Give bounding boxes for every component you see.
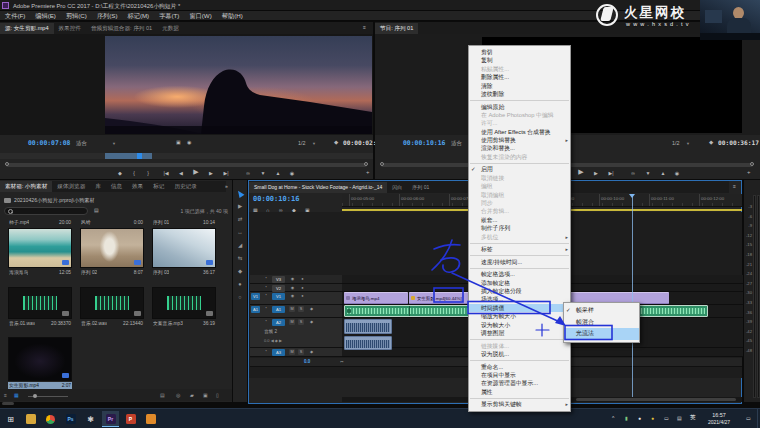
context-menu-item-速度/持续时间...[interactable]: 速度/持续时间... — [469, 258, 570, 266]
play-icon[interactable]: ▶ — [191, 168, 201, 176]
playhead[interactable] — [632, 194, 633, 400]
taskbar-app-photoshop[interactable]: Ps — [62, 411, 79, 427]
sync-lock-icon[interactable]: ◉ — [289, 276, 296, 281]
button-editor-icon[interactable]: + — [366, 169, 370, 175]
tab-overflow-icon[interactable]: » — [225, 183, 228, 189]
project-tab-0[interactable]: 素材箱: 小狗素材 — [0, 181, 52, 192]
context-menu-item-重命名...[interactable]: 重命名... — [469, 363, 570, 371]
menubar-item-4[interactable]: 标记(M) — [123, 11, 155, 20]
step-forward-icon[interactable]: ▶ — [591, 170, 601, 176]
solo-button[interactable]: S — [298, 349, 304, 355]
context-menu-item-清除[interactable]: 清除 — [469, 82, 570, 90]
context-menu-item-使用剪辑替换[interactable]: 使用剪辑替换▸ — [469, 136, 570, 144]
razor-icon[interactable]: ◢ — [233, 242, 247, 248]
project-tab-5[interactable]: 标记 — [148, 181, 169, 192]
menubar-item-0[interactable]: 文件(F) — [0, 11, 30, 20]
playhead-marker[interactable] — [629, 194, 635, 198]
add-marker-icon[interactable]: ◆ — [115, 170, 125, 176]
source-inout-range[interactable] — [105, 153, 152, 159]
track-name-V1[interactable]: V1 — [272, 293, 285, 300]
context-menu-item-复制[interactable]: 复制 — [469, 56, 570, 64]
lock-icon[interactable]: ▪ — [263, 306, 269, 310]
source-patch-A1[interactable]: A1 — [251, 306, 260, 313]
context-menu-item-波纹删除[interactable]: 波纹删除 — [469, 90, 570, 98]
hand-icon[interactable]: ● — [233, 281, 247, 287]
context-menu-item-使用 After Effects 合成替换[interactable]: 使用 After Effects 合成替换 — [469, 128, 570, 136]
context-menu-item-制作子序列[interactable]: 制作子序列 — [469, 224, 570, 232]
track-name-V2[interactable]: V2 — [272, 285, 285, 292]
panel-menu-icon[interactable]: ≡ — [363, 24, 366, 30]
source-fit-dropdown[interactable]: 适合 — [76, 140, 87, 147]
source-tab-1[interactable]: 效果控件 — [54, 23, 86, 34]
mute-button[interactable]: M — [289, 306, 295, 312]
lock-icon[interactable]: ▪ — [263, 285, 269, 289]
menubar-item-6[interactable]: 窗口(W) — [184, 11, 216, 20]
source-position-timecode[interactable]: 00:00:07:08 — [28, 139, 70, 147]
timeline-clip-audio[interactable] — [344, 319, 392, 334]
rolling-edit-icon[interactable]: ↔ — [233, 229, 247, 235]
scrollbar-thumb[interactable] — [576, 398, 736, 401]
context-menu-item-帧混合[interactable]: 帧混合 — [564, 317, 639, 329]
go-to-in-icon[interactable]: |◀ — [161, 170, 171, 176]
context-menu-item-在资源管理器中显示...[interactable]: 在资源管理器中显示... — [469, 379, 570, 387]
security-icon[interactable]: ● — [651, 415, 654, 421]
project-tab-2[interactable]: 库 — [90, 181, 106, 192]
insert-icon[interactable]: ▼ — [258, 170, 268, 176]
context-menu-item-渲染和替换...[interactable]: 渲染和替换... — [469, 144, 570, 152]
context-menu-item-标签[interactable]: 标签▸ — [469, 245, 570, 253]
export-frame-icon[interactable]: ◉ — [672, 170, 682, 176]
fit-sequence-icon[interactable]: ↦ — [338, 359, 346, 364]
master-gain-value[interactable]: 0.0 — [304, 359, 310, 364]
solo-button[interactable]: S — [298, 319, 304, 325]
ripple-edit-icon[interactable]: ⇄ — [233, 216, 247, 222]
timeline-clip-audio[interactable] — [344, 336, 392, 350]
slip-icon[interactable]: ⇆ — [233, 255, 247, 261]
export-frame-icon[interactable]: ◉ — [287, 170, 297, 176]
wrench-icon[interactable]: ◆ — [709, 139, 713, 145]
track-name-A2[interactable]: A2 — [272, 319, 285, 326]
notification-center-icon[interactable]: ▭ — [746, 415, 751, 421]
list-view-icon[interactable]: ≡ — [4, 392, 7, 398]
new-bin-icon[interactable]: ▰ — [190, 392, 194, 398]
ime-indicator[interactable]: 英 — [690, 414, 696, 421]
taskbar-app-premiere[interactable]: Pr — [102, 411, 119, 427]
context-menu-item-属性[interactable]: 属性 — [469, 388, 570, 396]
track-name-A1[interactable]: A1 — [272, 306, 285, 313]
source-tab-0[interactable]: 源: 女生剪影.mp4 — [0, 23, 54, 34]
clear-icon[interactable]: ▯ — [216, 392, 219, 398]
program-zoom-dropdown[interactable]: 1/2 — [672, 140, 680, 146]
insert-icon[interactable]: ▼ — [643, 170, 653, 176]
lock-icon[interactable]: ▪ — [263, 276, 269, 280]
zoom-icon[interactable]: ○ — [233, 294, 247, 300]
microphone-icon[interactable]: ● — [638, 415, 641, 421]
zoom-handle-left[interactable] — [380, 162, 384, 166]
track-select-forward-icon[interactable]: ▶ — [233, 203, 247, 209]
zoom-handle-left[interactable] — [5, 162, 9, 166]
settings-gear-icon[interactable]: ◉ — [187, 139, 191, 145]
context-menu-item-删除属性...[interactable]: 删除属性... — [469, 73, 570, 81]
breadcrumb[interactable]: 20210426小狗短片.prproj\小狗素材 — [4, 196, 95, 204]
safe-margins-icon[interactable]: ▣ — [176, 139, 181, 145]
project-tab-1[interactable]: 媒体浏览器 — [52, 181, 90, 192]
automate-to-sequence-icon[interactable]: ▤ — [160, 392, 165, 398]
menubar-item-3[interactable]: 序列(S) — [92, 11, 123, 20]
go-to-out-icon[interactable]: ▶| — [606, 170, 616, 176]
timeline-position-timecode[interactable]: 00:00:10:16 — [253, 195, 299, 203]
find-icon[interactable]: ◎ — [176, 392, 180, 398]
battery-icon[interactable]: ▮ — [625, 415, 628, 421]
source-zoom-dropdown[interactable]: 1/2 — [298, 140, 306, 146]
context-menu-item-剪切[interactable]: 剪切 — [469, 48, 570, 56]
taskbar-app-powerpoint[interactable]: P — [122, 411, 139, 427]
context-menu-item-缩放为帧大小[interactable]: 缩放为帧大小 — [469, 312, 570, 320]
source-patch-V1[interactable]: V1 — [251, 293, 260, 300]
voiceover-record-icon[interactable]: ◆ — [308, 349, 315, 354]
context-menu-item-编辑原始[interactable]: 编辑原始 — [469, 103, 570, 111]
source-tab-3[interactable]: 元数据 — [157, 23, 184, 34]
context-menu-item-插入帧定格分段[interactable]: 插入帧定格分段 — [469, 287, 570, 295]
taskbar-app-settings[interactable]: ✱ — [82, 411, 99, 427]
context-menu-item-帧定格选项...[interactable]: 帧定格选项... — [469, 270, 570, 278]
project-tab-3[interactable]: 信息 — [106, 181, 127, 192]
timeline-tab-2[interactable]: 序列 01 — [407, 182, 434, 193]
context-menu-item-调整图层[interactable]: 调整图层 — [469, 329, 570, 337]
mark-out-icon[interactable]: } — [143, 170, 153, 176]
